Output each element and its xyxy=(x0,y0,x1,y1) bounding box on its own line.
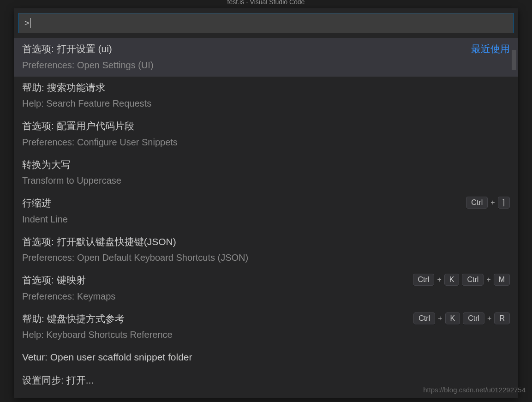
command-subtitle: Help: Keyboard Shortcuts Reference xyxy=(22,328,413,342)
key: Ctrl xyxy=(413,312,435,324)
command-right: Ctrl+KCtrl+M xyxy=(413,274,510,286)
command-labels: 帮助: 搜索功能请求Help: Search Feature Requests xyxy=(22,80,510,111)
key: M xyxy=(494,274,510,286)
plus-icon: + xyxy=(487,314,491,323)
command-item[interactable]: 首选项: 打开设置 (ui)Preferences: Open Settings… xyxy=(14,38,518,77)
keybinding-group: Ctrl+] xyxy=(466,197,510,209)
command-title: 行缩进 xyxy=(22,196,466,210)
command-subtitle: Preferences: Open Settings (UI) xyxy=(22,58,471,72)
keybinding: Ctrl+KCtrl+M xyxy=(413,274,510,286)
command-subtitle: Preferences: Configure User Snippets xyxy=(22,135,510,149)
command-labels: 首选项: 配置用户代码片段Preferences: Configure User… xyxy=(22,119,510,149)
command-title: 转换为大写 xyxy=(22,157,510,172)
command-palette: > 首选项: 打开设置 (ui)Preferences: Open Settin… xyxy=(14,8,518,398)
window-title: test.js - Visual Studio Code xyxy=(227,0,305,4)
keybinding: Ctrl+] xyxy=(466,197,510,209)
command-subtitle: Indent Line xyxy=(22,212,466,226)
keybinding-group: Ctrl+R xyxy=(463,312,510,324)
search-prompt: > xyxy=(24,18,30,28)
keybinding-group: Ctrl+M xyxy=(462,274,510,286)
watermark: https://blog.csdn.net/u012292754 xyxy=(423,386,526,394)
key: Ctrl xyxy=(413,274,435,286)
command-labels: 首选项: 打开设置 (ui)Preferences: Open Settings… xyxy=(22,42,471,72)
command-labels: Vetur: Open user scaffold snippet folder xyxy=(22,350,510,365)
key: R xyxy=(494,312,510,324)
command-right: 最近使用 xyxy=(471,42,510,55)
command-labels: 帮助: 键盘快捷方式参考Help: Keyboard Shortcuts Ref… xyxy=(22,312,413,342)
command-title: 设置同步: 打开... xyxy=(22,373,510,388)
command-labels: 首选项: 键映射Preferences: Keymaps xyxy=(22,273,413,303)
command-labels: 首选项: 打开默认键盘快捷键(JSON)Preferences: Open De… xyxy=(22,234,510,265)
keybinding-group: Ctrl+K xyxy=(413,312,460,324)
keybinding-group: Ctrl+K xyxy=(413,274,460,286)
command-item[interactable]: 首选项: 配置用户代码片段Preferences: Configure User… xyxy=(14,115,518,154)
command-title: Vetur: Open user scaffold snippet folder xyxy=(22,350,510,365)
command-search-input[interactable] xyxy=(31,18,508,28)
command-title: 帮助: 键盘快捷方式参考 xyxy=(22,312,413,326)
command-right: Ctrl+] xyxy=(466,197,510,209)
key: Ctrl xyxy=(462,274,484,286)
command-item[interactable]: 首选项: 打开默认键盘快捷键(JSON)Preferences: Open De… xyxy=(14,231,518,270)
command-title: 首选项: 键映射 xyxy=(22,273,413,288)
command-labels: 设置同步: 打开... xyxy=(22,373,510,388)
key: K xyxy=(445,312,460,324)
command-subtitle: Help: Search Feature Requests xyxy=(22,96,510,110)
command-labels: 转换为大写Transform to Uppercase xyxy=(22,157,510,188)
command-right: Ctrl+KCtrl+R xyxy=(413,312,510,324)
recent-label: 最近使用 xyxy=(471,42,510,55)
command-title: 帮助: 搜索功能请求 xyxy=(22,80,510,95)
key: Ctrl xyxy=(463,312,484,324)
command-title: 首选项: 打开设置 (ui) xyxy=(22,42,471,56)
command-labels: 行缩进Indent Line xyxy=(22,196,466,226)
command-title: 配置显示语言 xyxy=(22,396,510,398)
command-subtitle: Transform to Uppercase xyxy=(22,174,510,187)
plus-icon: + xyxy=(438,314,442,323)
command-item[interactable]: 帮助: 键盘快捷方式参考Help: Keyboard Shortcuts Ref… xyxy=(14,308,518,347)
key: K xyxy=(444,274,460,286)
plus-icon: + xyxy=(490,198,495,207)
command-item[interactable]: Vetur: Open user scaffold snippet folder xyxy=(14,346,518,369)
command-item[interactable]: 行缩进Indent LineCtrl+] xyxy=(14,192,518,231)
key: ] xyxy=(498,197,510,209)
command-item[interactable]: 帮助: 搜索功能请求Help: Search Feature Requests xyxy=(14,77,518,115)
command-list: 首选项: 打开设置 (ui)Preferences: Open Settings… xyxy=(14,38,518,398)
scrollbar-thumb[interactable] xyxy=(512,50,516,70)
key: Ctrl xyxy=(466,197,488,209)
plus-icon: + xyxy=(486,276,490,284)
title-bar: test.js - Visual Studio Code xyxy=(0,0,532,4)
command-labels: 配置显示语言Configure Display Language xyxy=(22,396,510,398)
command-subtitle: Preferences: Keymaps xyxy=(22,289,413,303)
command-title: 首选项: 配置用户代码片段 xyxy=(22,119,510,133)
command-subtitle: Preferences: Open Default Keyboard Short… xyxy=(22,251,510,264)
keybinding: Ctrl+KCtrl+R xyxy=(413,312,510,324)
command-item[interactable]: 转换为大写Transform to Uppercase xyxy=(14,154,518,192)
command-search-box[interactable]: > xyxy=(18,13,514,33)
plus-icon: + xyxy=(437,276,441,284)
command-title: 首选项: 打开默认键盘快捷键(JSON) xyxy=(22,234,510,249)
command-item[interactable]: 首选项: 键映射Preferences: KeymapsCtrl+KCtrl+M xyxy=(14,269,518,308)
